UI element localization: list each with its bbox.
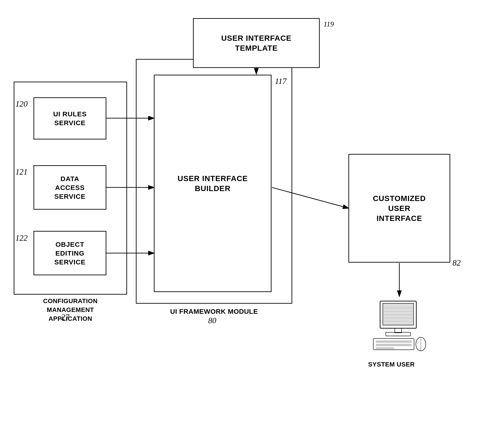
ui-framework-label: UI FRAMEWORK MODULE [136, 307, 292, 316]
data-access-label: DATA ACCESS SERVICE [54, 174, 86, 201]
ref-119: 119 [324, 20, 334, 28]
computer-illustration [367, 297, 430, 356]
ui-template-box: USER INTERFACE TEMPLATE [193, 18, 320, 68]
object-editing-label: OBJECT EDITING SERVICE [54, 240, 86, 266]
svg-rect-20 [376, 344, 411, 346]
diagram: USER INTERFACE TEMPLATE 119 UI RULES SER… [0, 0, 493, 448]
customized-ui-box: CUSTOMIZED USER INTERFACE [348, 154, 450, 263]
svg-rect-10 [383, 303, 414, 325]
customized-ui-label: CUSTOMIZED USER INTERFACE [373, 193, 426, 223]
ref-82: 82 [452, 258, 461, 268]
svg-line-7 [272, 187, 349, 208]
object-editing-service-box: OBJECT EDITING SERVICE [34, 231, 106, 275]
ref-120: 120 [15, 99, 28, 109]
ref-117: 117 [275, 77, 286, 86]
ui-rules-service-box: UI RULES SERVICE [34, 97, 106, 139]
ref-80: 80 [208, 316, 216, 325]
ui-template-label: USER INTERFACE TEMPLATE [221, 33, 292, 53]
svg-rect-19 [376, 341, 411, 343]
ui-rules-label: UI RULES SERVICE [53, 110, 87, 127]
ui-builder-box: USER INTERFACE BUILDER [154, 75, 271, 292]
config-mgmt-label: SYSTEM USER CONFIGURATIONMANAGEMENTAPPLI… [14, 297, 127, 323]
ref-122: 122 [15, 233, 28, 243]
data-access-service-box: DATA ACCESS SERVICE [34, 165, 106, 210]
ui-builder-label: USER INTERFACE BUILDER [178, 173, 248, 193]
svg-rect-21 [376, 347, 394, 349]
ref-27: 27 [61, 312, 69, 322]
system-user-label: SYSTEM USER [360, 360, 423, 369]
ref-121: 121 [15, 167, 28, 177]
